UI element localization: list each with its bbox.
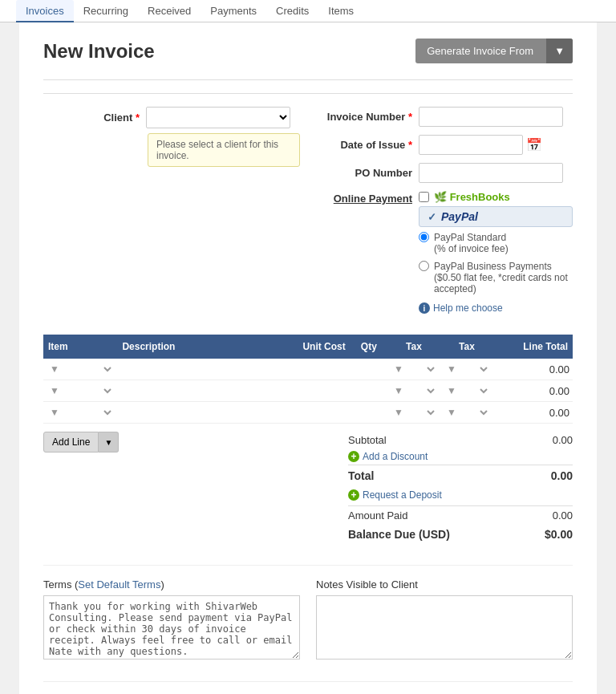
generate-chevron-icon[interactable]: ▼ (546, 39, 573, 63)
page-title: New Invoice (43, 40, 155, 63)
online-payment-section: Online Payment 🌿 FreshBooks ✓ PayP (316, 191, 573, 314)
item-select-3[interactable]: ▼ (47, 406, 114, 419)
totals-section: Subtotal 0.00 + Add a Discount Total 0.0… (348, 432, 573, 544)
set-default-terms-link[interactable]: Set Default Terms (78, 578, 160, 591)
deposit-row: + Request a Deposit (348, 489, 573, 501)
item-select-2[interactable]: ▼ (47, 384, 114, 397)
line-total-2: 0.00 (493, 380, 573, 402)
client-tooltip: Please select a client for this invoice. (148, 133, 300, 167)
nav-recurring[interactable]: Recurring (74, 0, 138, 22)
description-input-1[interactable] (120, 362, 283, 376)
client-field-group: Client * (43, 107, 300, 128)
request-deposit-link[interactable]: + Request a Deposit (348, 489, 442, 501)
paypal-standard-option: PayPal Standard (% of invoice fee) (419, 230, 573, 256)
date-input-wrap: 10/21/15 📅 (419, 135, 542, 155)
plus-icon: + (348, 451, 359, 462)
freshbooks-checkbox[interactable] (419, 192, 429, 202)
date-of-issue-input[interactable]: 10/21/15 (419, 135, 523, 155)
tax2-select-1[interactable]: ▼ (444, 363, 490, 375)
paypal-label: PayPal (441, 210, 478, 223)
tax2-select-2[interactable]: ▼ (444, 384, 490, 397)
terms-header: Terms (Set Default Terms) (43, 578, 300, 591)
col-tax2: Tax (440, 335, 493, 359)
balance-due-label: Balance Due (USD) (348, 528, 450, 541)
paypal-business-label: PayPal Business Payments ($0.50 flat fee… (434, 261, 573, 294)
form-row-main: Client * Please select a client for this… (43, 107, 573, 322)
nav-payments[interactable]: Payments (201, 0, 266, 22)
po-number-label: PO Number (316, 167, 412, 179)
client-required-star: * (136, 112, 140, 124)
add-line-totals-row: Add Line ▼ Subtotal 0.00 + Add a Discoun… (43, 432, 573, 552)
generate-invoice-button[interactable]: Generate Invoice From ▼ (415, 39, 573, 63)
notes-label: Notes Visible to Client (316, 578, 573, 591)
item-select-1[interactable]: ▼ (47, 363, 114, 375)
paypal-standard-label: PayPal Standard (% of invoice fee) (434, 232, 509, 254)
client-col: Client * Please select a client for this… (43, 107, 300, 167)
deposit-plus-icon: + (348, 489, 359, 501)
po-number-input[interactable] (419, 163, 563, 183)
subtotal-value: 0.00 (553, 434, 573, 446)
date-of-issue-group: Date of Issue * 10/21/15 📅 (316, 135, 573, 155)
col-tax1: Tax (387, 335, 440, 359)
add-discount-link[interactable]: + Add a Discount (348, 451, 428, 462)
client-label: Client * (43, 112, 140, 124)
invoice-number-required: * (408, 111, 412, 123)
line-total-1: 0.00 (493, 359, 573, 380)
date-of-issue-label: Date of Issue * (316, 139, 412, 151)
header-divider (43, 79, 573, 80)
total-row: Total 0.00 (348, 465, 573, 485)
action-buttons: Save as Draft Save this invoice as a dra… (43, 681, 573, 694)
table-header-row: Item Description Unit Cost Qty Tax Tax L… (43, 335, 573, 359)
paypal-box: ✓ PayPal (419, 206, 573, 227)
terms-notes-section: Terms (Set Default Terms) Thank you for … (43, 565, 573, 662)
tax1-select-3[interactable]: ▼ (391, 406, 437, 419)
client-select[interactable] (146, 107, 290, 128)
help-choose-link[interactable]: i Help me choose (419, 302, 573, 314)
add-line-wrap: Add Line ▼ (43, 432, 119, 453)
terms-textarea[interactable]: Thank you for working with ShivarWeb Con… (43, 595, 300, 660)
nav-credits[interactable]: Credits (266, 0, 318, 22)
total-value: 0.00 (551, 469, 573, 482)
invoice-fields-col: Invoice Number * 012388 Date of Issue * … (316, 107, 573, 322)
invoice-number-group: Invoice Number * 012388 (316, 107, 573, 127)
col-item: Item (43, 335, 117, 359)
balance-due-value: $0.00 (545, 528, 573, 541)
nav-invoices[interactable]: Invoices (16, 0, 74, 22)
freshbooks-row: 🌿 FreshBooks (419, 191, 573, 203)
description-input-2[interactable] (120, 384, 283, 398)
amount-paid-row: Amount Paid 0.00 (348, 505, 573, 525)
add-line-button[interactable]: Add Line (43, 432, 99, 453)
col-qty: Qty (351, 335, 387, 359)
amount-paid-value: 0.00 (553, 509, 573, 522)
table-row: ▼ ▼ ▼ 0.00 (43, 359, 573, 380)
paypal-standard-radio[interactable] (419, 232, 429, 242)
tax1-select-2[interactable]: ▼ (391, 384, 437, 397)
calendar-icon[interactable]: 📅 (526, 137, 542, 152)
line-items-table: Item Description Unit Cost Qty Tax Tax L… (43, 335, 573, 424)
paypal-business-radio[interactable] (419, 261, 429, 271)
nav-bar: Invoices Recurring Received Payments Cre… (0, 0, 616, 22)
invoice-form: Client * Please select a client for this… (43, 93, 573, 322)
paypal-check-icon: ✓ (428, 211, 436, 223)
table-row: ▼ ▼ ▼ 0.00 (43, 380, 573, 402)
notes-col: Notes Visible to Client (316, 578, 573, 662)
line-total-3: 0.00 (493, 402, 573, 424)
nav-items[interactable]: Items (318, 0, 363, 22)
page-header: New Invoice Generate Invoice From ▼ (43, 39, 573, 63)
table-row: ▼ ▼ ▼ 0.00 (43, 402, 573, 424)
description-input-3[interactable] (120, 405, 283, 420)
col-unit-cost: Unit Cost (287, 335, 351, 359)
nav-received[interactable]: Received (138, 0, 201, 22)
invoice-number-label: Invoice Number * (316, 111, 412, 123)
col-line-total: Line Total (493, 335, 573, 359)
notes-textarea[interactable] (316, 595, 573, 660)
date-required: * (408, 139, 412, 151)
info-icon: i (419, 302, 430, 314)
tax1-select-1[interactable]: ▼ (391, 363, 437, 375)
main-container: New Invoice Generate Invoice From ▼ Clie… (19, 22, 597, 694)
subtotal-row: Subtotal 0.00 (348, 432, 573, 448)
tax2-select-3[interactable]: ▼ (444, 406, 490, 419)
invoice-number-input[interactable]: 012388 (419, 107, 563, 127)
balance-due-row: Balance Due (USD) $0.00 (348, 525, 573, 544)
add-line-chevron-button[interactable]: ▼ (99, 432, 119, 453)
